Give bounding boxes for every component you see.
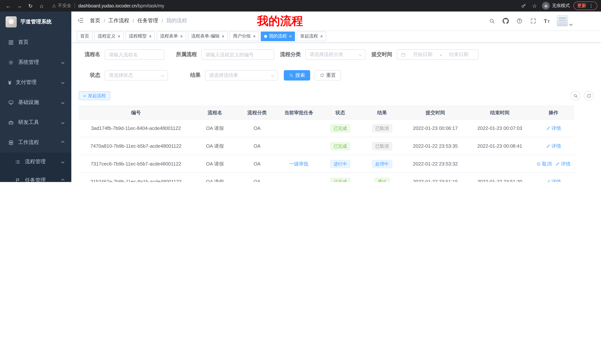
close-icon[interactable]: × (149, 34, 151, 38)
logo[interactable]: 芋道管理系统 (0, 11, 71, 32)
sidebar-item-task-mgmt[interactable]: 任务管理 (0, 171, 71, 182)
close-icon[interactable]: × (118, 34, 120, 38)
end-time: 2022-01-22 23:51:20 (467, 173, 533, 182)
result-badge: 处理中 (372, 160, 392, 168)
process-category: OA (237, 119, 278, 137)
reload-icon[interactable]: ↻ (26, 1, 35, 10)
close-icon[interactable]: × (253, 34, 256, 38)
detail-link[interactable]: 详情 (546, 125, 561, 132)
address-bar[interactable]: ⚠ 不安全 dashboard.yudao.iocoder.cn/bpm/tas… (52, 3, 520, 9)
current-task-link[interactable]: 一级审批 (289, 161, 309, 167)
table-row: 7317cec6-7b9b-11ec-b5b7-acde48001122OA 请… (79, 155, 574, 173)
sidebar-item-label: 支付管理 (16, 79, 37, 86)
github-icon[interactable] (502, 17, 509, 25)
kebab-menu-icon[interactable]: ⋮ (589, 3, 594, 9)
sidebar-item-system[interactable]: 系统管理 (0, 52, 71, 72)
breadcrumb-separator: / (161, 18, 163, 24)
tab-start-process[interactable]: 发起流程× (297, 31, 326, 41)
actions-cell: 详情 (533, 137, 574, 155)
toolbox-icon (8, 120, 14, 125)
close-icon[interactable]: × (320, 34, 323, 38)
close-icon[interactable]: × (180, 34, 183, 38)
incognito-badge: 无痕模式 (542, 2, 570, 10)
breadcrumb-item[interactable]: 工作流程 (109, 18, 129, 24)
caret-down-icon (570, 23, 573, 26)
process-table: 编号流程名流程分类当前审批任务状态结果提交时间结束时间操作 3ad174fb-7… (79, 106, 574, 182)
cancel-link[interactable]: 取消 (536, 161, 551, 167)
sidebar-item-process-mgmt[interactable]: 流程管理 (0, 153, 71, 171)
breadcrumb-item[interactable]: 任务管理 (137, 18, 158, 24)
sidebar-item-home[interactable]: 首页 (0, 32, 71, 52)
chevron-down-icon (161, 74, 164, 77)
status-select[interactable]: 请选择状态 (105, 70, 168, 80)
tab-process-definition[interactable]: 流程定义× (94, 31, 124, 41)
question-icon[interactable] (516, 17, 523, 25)
close-icon[interactable]: × (289, 34, 291, 38)
process-name-input[interactable] (105, 49, 164, 60)
category-select[interactable]: 请选择流程分类 (305, 49, 366, 60)
detail-link[interactable]: 详情 (546, 178, 561, 182)
fullscreen-icon[interactable] (529, 17, 537, 25)
refresh-icon (320, 73, 324, 77)
tab-process-form[interactable]: 流程表单× (157, 31, 186, 41)
server-icon (8, 100, 14, 105)
actions-cell: 详情 (533, 173, 574, 182)
start-date-placeholder: 开始日期 (407, 51, 439, 58)
font-size-icon[interactable]: TT (543, 17, 551, 25)
filter-label: 状态 (79, 72, 100, 79)
refresh-table-button[interactable] (584, 91, 594, 101)
user-avatar-menu[interactable] (557, 15, 572, 26)
search-toggle-button[interactable] (571, 91, 580, 101)
sidebar-item-payment[interactable]: ¥支付管理 (0, 72, 71, 92)
status-badge: 进行中 (330, 160, 350, 168)
detail-link[interactable]: 详情 (546, 143, 561, 149)
tab-home[interactable]: 首页 (77, 31, 92, 41)
bookmark-star-icon[interactable]: ☆ (531, 2, 538, 10)
close-icon[interactable]: × (222, 34, 224, 38)
key-icon[interactable] (520, 2, 527, 10)
url-text[interactable]: dashboard.yudao.iocoder.cn/bpm/task/my (78, 3, 164, 8)
start-process-button[interactable]: + 发起流程 (79, 91, 110, 100)
sidebar-item-workflow[interactable]: 工作流程 (0, 133, 71, 153)
address-divider (75, 3, 75, 8)
end-date-placeholder: 结束日期 (443, 51, 474, 58)
tab-my-process[interactable]: 我的流程× (261, 31, 295, 41)
tab-label: 发起流程 (300, 33, 318, 39)
tab-process-model[interactable]: 流程模型× (126, 31, 155, 41)
filter-label: 流程分类 (280, 51, 301, 58)
detail-link[interactable]: 详情 (555, 161, 571, 167)
column-header: 流程分类 (237, 106, 278, 119)
search-icon[interactable] (488, 17, 496, 25)
back-icon[interactable]: ← (4, 1, 13, 10)
update-button[interactable]: 更新 ⋮ (573, 1, 597, 10)
tab-process-form-edit[interactable]: 流程表单-编辑× (188, 31, 228, 41)
edit-icon (546, 179, 550, 182)
hamburger-icon[interactable] (77, 17, 85, 25)
column-header: 操作 (533, 106, 574, 119)
filter-form: 流程名 所属流程 流程分类 请选择流程分类 (79, 49, 594, 80)
sidebar-item-infrastructure[interactable]: 基础设施 (0, 92, 71, 112)
sidebar-item-devtools[interactable]: 研发工具 (0, 112, 71, 133)
tab-label: 流程表单 (160, 33, 178, 39)
forward-icon[interactable]: → (15, 1, 24, 10)
result-select[interactable]: 请选择流结果 (205, 70, 278, 80)
reset-button[interactable]: 重置 (315, 70, 341, 80)
tab-user-group[interactable]: 用户分组× (230, 31, 259, 41)
breadcrumb-item[interactable]: 首页 (90, 18, 100, 24)
chevron-down-icon (61, 160, 64, 163)
status-badge: 已完成 (330, 124, 350, 132)
table-row: 7470a810-7b9b-11ec-b5b7-acde48001122OA 请… (79, 137, 574, 155)
end-time: 2022-01-23 00:08:41 (467, 137, 533, 155)
result-cell: 通过 (360, 173, 404, 182)
home-icon[interactable]: ⌂ (37, 1, 46, 10)
navbar: 首页/工作流程/任务管理/我的流程 我的流程 TT (71, 11, 601, 30)
process-id: 3ad174fb-7b9d-11ec-8404-acde48001122 (79, 119, 193, 137)
date-range-picker[interactable]: 开始日期 - 结束日期 (397, 49, 478, 60)
chevron-up-icon (61, 141, 64, 144)
process-name: OA 请假 (193, 155, 237, 173)
actions-cell: 取消详情 (533, 155, 574, 173)
result-badge: 通过 (374, 178, 390, 182)
search-button[interactable]: 搜索 (284, 70, 310, 80)
tab-label: 流程模型 (129, 33, 147, 39)
process-definition-input[interactable] (201, 49, 274, 60)
